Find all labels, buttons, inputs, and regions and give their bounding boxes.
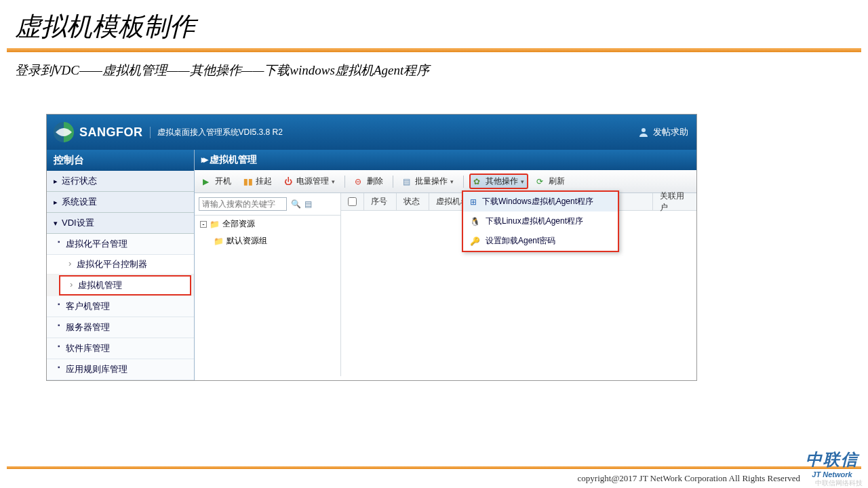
refresh-button[interactable]: ⟳ 刷新 — [532, 174, 569, 188]
separator — [344, 176, 345, 188]
sidebar-item-rules[interactable]: 应用规则库管理 — [47, 359, 194, 380]
grid-col-status[interactable]: 状态 — [397, 193, 429, 210]
folder-icon: 📁 — [214, 237, 224, 246]
tree-root[interactable]: - 📁 全部资源 — [195, 216, 340, 232]
toolbar: ▶ 开机 ▮▮ 挂起 ⏻ 电源管理 ▾ ⊖ 删除 — [195, 170, 696, 193]
panel-title: 虚拟机管理 — [195, 150, 696, 170]
grid-checkbox-header[interactable] — [341, 193, 364, 210]
slide-title: 虚拟机模板制作 — [0, 0, 868, 48]
sidebar-item-client[interactable]: 客户机管理 — [47, 296, 194, 317]
tree-root-label: 全部资源 — [222, 218, 255, 230]
app-header: SANGFOR 虚拟桌面接入管理系统VDI5.3.8 R2 发帖求助 — [47, 115, 696, 150]
separator — [393, 176, 393, 188]
sidebar: 控制台 运行状态 系统设置 VDI设置 虚拟化平台管理 虚拟化平台控制器 虚拟机… — [47, 150, 195, 380]
tree-toggle-icon[interactable]: ▤ — [304, 199, 314, 209]
chevron-down-icon: ▾ — [521, 178, 524, 185]
minus-icon: ⊖ — [355, 177, 364, 186]
pause-icon: ▮▮ — [243, 177, 253, 186]
linux-icon: 🐧 — [470, 217, 480, 226]
windows-icon: ⊞ — [470, 197, 477, 207]
dd-linux-label: 下载Linux虚拟机Agent程序 — [486, 216, 583, 227]
key-icon: 🔑 — [470, 237, 480, 246]
tree-group[interactable]: 📁 默认资源组 — [195, 232, 340, 249]
grid-col-seq[interactable]: 序号 — [364, 193, 397, 210]
tree-group-label: 默认资源组 — [226, 235, 267, 247]
sidebar-item-softlib[interactable]: 软件库管理 — [47, 338, 194, 359]
help-link[interactable]: 发帖求助 — [638, 126, 688, 138]
system-name: 虚拟桌面接入管理系统VDI5.3.8 R2 — [150, 127, 283, 138]
brand-logo-icon — [54, 122, 74, 142]
main-panel: 虚拟机管理 ▶ 开机 ▮▮ 挂起 ⏻ 电源管理 ▾ ⊖ 删除 — [195, 150, 696, 380]
sidebar-title: 控制台 — [47, 150, 194, 171]
folder-icon: 📁 — [210, 220, 220, 229]
minus-box-icon: - — [200, 221, 207, 228]
other-ops-dropdown: ⊞ 下载Windows虚拟机Agent程序 🐧 下载Linux虚拟机Agent程… — [462, 190, 619, 252]
person-icon — [638, 127, 649, 138]
search-icon[interactable]: 🔍 — [291, 199, 300, 209]
corp-cn: 中联信 — [806, 449, 859, 470]
watermark: 中联信网络科技 — [815, 479, 863, 488]
dd-set-agent-password[interactable]: 🔑 设置卸载Agent密码 — [463, 231, 618, 251]
batch-label: 批量操作 — [415, 176, 448, 187]
play-icon: ▶ — [203, 177, 212, 186]
delete-button[interactable]: ⊖ 删除 — [351, 174, 387, 188]
slide-subtitle: 登录到VDC——虚拟机管理——其他操作——下载windows虚拟机Agent程序 — [0, 52, 868, 79]
chevron-down-icon: ▾ — [450, 178, 454, 185]
powermgmt-label: 电源管理 — [296, 176, 329, 187]
gear-icon: ✿ — [473, 177, 483, 186]
powermgmt-button[interactable]: ⏻ 电源管理 ▾ — [280, 174, 339, 188]
resource-tree: 🔍 ▤ - 📁 全部资源 📁 默认资源组 — [195, 193, 341, 376]
grid-col-relateduser[interactable]: 关联用户 — [653, 193, 696, 210]
sidebar-item-server[interactable]: 服务器管理 — [47, 317, 194, 338]
corp-logo: 中联信 JT Network — [806, 449, 859, 479]
dd-win-label: 下载Windows虚拟机Agent程序 — [482, 196, 593, 207]
app-body: 控制台 运行状态 系统设置 VDI设置 虚拟化平台管理 虚拟化平台控制器 虚拟机… — [47, 150, 696, 380]
suspend-button[interactable]: ▮▮ 挂起 — [239, 174, 276, 188]
app-window: SANGFOR 虚拟桌面接入管理系统VDI5.3.8 R2 发帖求助 控制台 运… — [46, 114, 697, 381]
sidebar-section-running[interactable]: 运行状态 — [47, 171, 194, 192]
refresh-label: 刷新 — [549, 176, 565, 187]
dd-pwd-label: 设置卸载Agent密码 — [486, 235, 555, 247]
help-label: 发帖求助 — [653, 126, 688, 138]
sidebar-sub-controller[interactable]: 虚拟化平台控制器 — [47, 255, 194, 274]
other-ops-label: 其他操作 — [486, 176, 518, 187]
other-ops-button[interactable]: ✿ 其他操作 ▾ — [469, 174, 528, 189]
corp-en: JT Network — [806, 470, 859, 479]
dd-download-windows-agent[interactable]: ⊞ 下载Windows虚拟机Agent程序 — [463, 192, 618, 211]
batch-button[interactable]: ▤ 批量操作 ▾ — [399, 174, 458, 188]
poweron-button[interactable]: ▶ 开机 — [199, 174, 235, 188]
search-row: 🔍 ▤ — [195, 193, 340, 216]
sidebar-section-system[interactable]: 系统设置 — [47, 192, 194, 213]
copyright-text: copyright@2017 JT NetWork Corporation Al… — [578, 473, 800, 484]
search-input[interactable] — [199, 197, 287, 211]
svg-point-0 — [642, 128, 646, 132]
delete-label: 删除 — [367, 176, 383, 187]
separator — [463, 176, 464, 188]
power-icon: ⏻ — [284, 177, 294, 186]
select-all-checkbox[interactable] — [348, 197, 357, 206]
suspend-label: 挂起 — [256, 176, 272, 187]
chevron-down-icon: ▾ — [332, 178, 335, 185]
dd-download-linux-agent[interactable]: 🐧 下载Linux虚拟机Agent程序 — [463, 211, 618, 231]
refresh-icon: ⟳ — [536, 177, 546, 186]
sidebar-sub-vm[interactable]: 虚拟机管理 — [59, 275, 191, 296]
sidebar-section-vdi[interactable]: VDI设置 — [47, 213, 194, 234]
list-icon: ▤ — [403, 177, 412, 186]
sidebar-item-platform[interactable]: 虚拟化平台管理 — [47, 234, 194, 255]
poweron-label: 开机 — [215, 176, 231, 187]
brand-text: SANGFOR — [79, 125, 143, 140]
